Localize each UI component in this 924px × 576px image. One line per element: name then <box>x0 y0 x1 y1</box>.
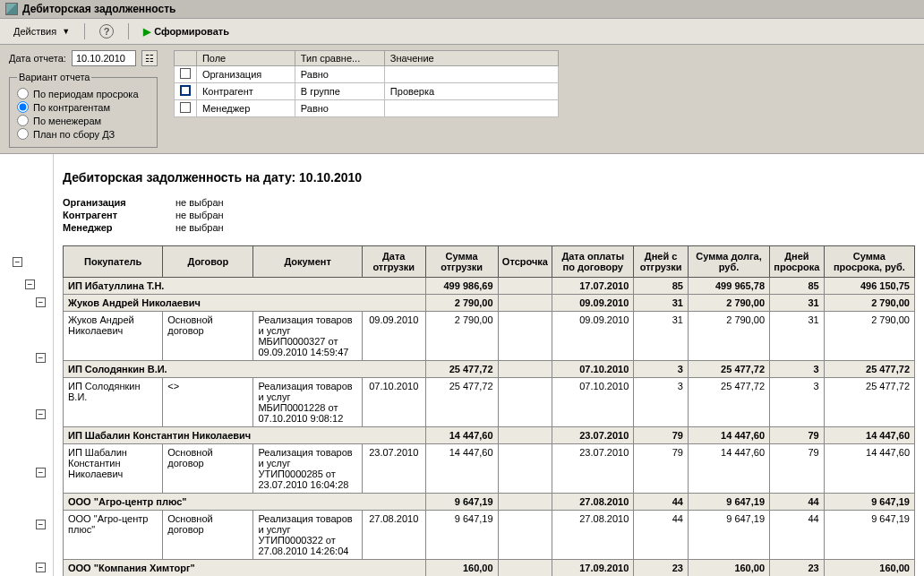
cell: 2 790,00 <box>688 312 769 361</box>
column-header: Сумма долга, руб. <box>688 246 769 278</box>
variant-option[interactable]: По контрагентам <box>17 101 150 113</box>
tree-toggle[interactable]: − <box>36 353 46 363</box>
filter-row[interactable]: ОрганизацияРавно <box>174 66 558 83</box>
cell: 07.10.2010 <box>362 378 425 427</box>
help-icon: ? <box>99 24 114 39</box>
buyer-cell: ИП Шабалин Константин Николаевич <box>64 427 426 444</box>
subtotal-row[interactable]: Жуков Андрей Николаевич2 790,0009.09.201… <box>64 295 915 312</box>
cell <box>498 312 552 361</box>
cell: 2 790,00 <box>425 295 498 312</box>
filter-checkbox[interactable] <box>180 68 191 79</box>
cell: 2 790,00 <box>688 295 769 312</box>
report-date-input[interactable] <box>72 50 136 66</box>
detail-row[interactable]: Жуков Андрей НиколаевичОсновной договорР… <box>64 312 915 361</box>
variant-radio[interactable] <box>17 101 29 113</box>
tree-toggle[interactable]: − <box>36 520 46 529</box>
filter-row[interactable]: КонтрагентВ группеПроверка <box>174 83 558 100</box>
cell: 79 <box>634 444 689 494</box>
buyer-cell: ООО "Компания Химторг" <box>64 560 426 577</box>
tree-toggle[interactable]: − <box>36 563 46 572</box>
cell: Реализация товаров и услуг МБИП0001228 о… <box>253 378 362 427</box>
cell: 79 <box>634 427 689 444</box>
calendar-button[interactable]: ☷ <box>141 50 158 66</box>
detail-row[interactable]: ИП Солодянкин В.И.<>Реализация товаров и… <box>64 378 915 427</box>
tree-toggle[interactable]: − <box>25 279 35 289</box>
variant-radio[interactable] <box>17 88 29 99</box>
meta-value: не выбран <box>175 210 224 220</box>
subtotal-row[interactable]: ИП Солодянкин В.И.25 477,7207.10.2010325… <box>64 361 915 378</box>
meta-label: Контрагент <box>63 210 152 220</box>
tree-toggle[interactable]: − <box>36 468 46 477</box>
report-area: −−−−−−−− Дебиторская задолженность на да… <box>0 154 924 576</box>
cell: 79 <box>770 444 825 494</box>
cell: 31 <box>634 295 689 312</box>
actions-menu[interactable]: Действия ▼ <box>5 23 78 39</box>
tree-toggle[interactable]: − <box>36 297 46 307</box>
variant-option[interactable]: По периодам просрока <box>17 88 150 99</box>
filter-checkbox[interactable] <box>180 102 191 113</box>
generate-button[interactable]: ▶ Сформировать <box>135 23 237 40</box>
cell: 14 447,60 <box>688 427 769 444</box>
cell: 07.10.2010 <box>552 361 634 378</box>
subtotal-row[interactable]: ООО "Компания Химторг"160,0017.09.201023… <box>64 560 915 577</box>
cell: 499 986,69 <box>425 278 498 295</box>
cell: 23.07.2010 <box>552 444 634 494</box>
cell: 25 477,72 <box>688 361 769 378</box>
cell <box>498 511 552 560</box>
meta-value: не выбран <box>175 197 224 208</box>
cell: 27.08.2010 <box>362 511 425 560</box>
cell: 3 <box>634 378 689 427</box>
tree-toggle[interactable]: − <box>13 257 22 267</box>
toolbar-separator <box>84 23 85 39</box>
actions-label: Действия <box>13 26 56 37</box>
cell: 25 477,72 <box>425 378 498 427</box>
cell: ИП Шабалин Константин Николаевич <box>64 444 163 494</box>
cell: ООО "Агро-центр плюс" <box>64 511 163 560</box>
subtotal-row[interactable]: ООО "Агро-центр плюс"9 647,1927.08.20104… <box>64 494 915 511</box>
cell <box>498 427 552 444</box>
variant-radio[interactable] <box>17 115 29 126</box>
subtotal-row[interactable]: ИП Шабалин Константин Николаевич14 447,6… <box>64 427 915 444</box>
filter-value: Проверка <box>384 83 558 100</box>
filter-checkbox[interactable] <box>180 85 191 96</box>
cell: Основной договор <box>163 511 253 560</box>
cell <box>498 378 552 427</box>
cell: 14 447,60 <box>425 427 498 444</box>
variant-option[interactable]: По менежерам <box>17 115 150 126</box>
cell: 3 <box>634 361 689 378</box>
cell: 09.09.2010 <box>362 312 425 361</box>
column-header: Покупатель <box>64 246 163 278</box>
cell: 25 477,72 <box>824 361 914 378</box>
cell: 31 <box>770 312 825 361</box>
detail-row[interactable]: ИП Шабалин Константин НиколаевичОсновной… <box>64 444 915 494</box>
cell: Реализация товаров и услуг МБИП0000327 о… <box>253 312 362 361</box>
report-body[interactable]: Дебиторская задолженность на дату: 10.10… <box>54 154 924 576</box>
cell: 79 <box>770 427 825 444</box>
cell: 44 <box>634 494 689 511</box>
cell: 14 447,60 <box>824 427 914 444</box>
filter-row[interactable]: МенеджерРавно <box>174 100 558 117</box>
cell: 25 477,72 <box>425 361 498 378</box>
report-meta: Организацияне выбранКонтрагентне выбранМ… <box>63 197 915 233</box>
filter-header: Значение <box>384 51 558 66</box>
cell: Основной договор <box>163 444 253 494</box>
column-header: Сумма просрока, руб. <box>824 246 914 278</box>
filter-compare: В группе <box>295 83 384 100</box>
detail-row[interactable]: ООО "Агро-центр плюс"Основной договорРеа… <box>64 511 915 560</box>
cell: 09.09.2010 <box>552 295 634 312</box>
variant-radio[interactable] <box>17 128 29 140</box>
cell: 14 447,60 <box>425 444 498 494</box>
report-variant-group: Вариант отчета По периодам просрокаПо ко… <box>9 72 158 148</box>
cell: 27.08.2010 <box>552 511 634 560</box>
cell <box>498 278 552 295</box>
variant-legend: Вариант отчета <box>17 72 91 82</box>
subtotal-row[interactable]: ИП Ибатуллина Т.Н.499 986,6917.07.201085… <box>64 278 915 295</box>
cell: 499 965,78 <box>688 278 769 295</box>
cell: 31 <box>634 312 689 361</box>
help-button[interactable]: ? <box>91 21 122 41</box>
cell: 27.08.2010 <box>552 494 634 511</box>
filter-field: Организация <box>196 66 295 83</box>
tree-toggle[interactable]: − <box>36 409 46 419</box>
variant-option[interactable]: План по сбору ДЗ <box>17 128 150 140</box>
buyer-cell: ИП Ибатуллина Т.Н. <box>64 278 426 295</box>
